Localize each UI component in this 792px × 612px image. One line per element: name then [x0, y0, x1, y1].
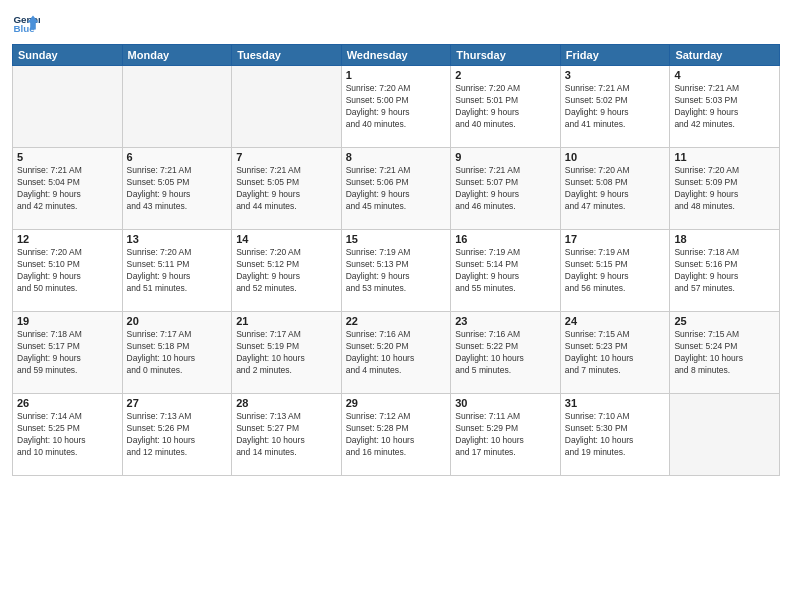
- day-number: 7: [236, 151, 337, 163]
- calendar-cell: 31Sunrise: 7:10 AM Sunset: 5:30 PM Dayli…: [560, 394, 670, 476]
- calendar-cell: 9Sunrise: 7:21 AM Sunset: 5:07 PM Daylig…: [451, 148, 561, 230]
- day-number: 23: [455, 315, 556, 327]
- day-info: Sunrise: 7:13 AM Sunset: 5:27 PM Dayligh…: [236, 411, 337, 459]
- day-number: 9: [455, 151, 556, 163]
- day-number: 27: [127, 397, 228, 409]
- day-info: Sunrise: 7:15 AM Sunset: 5:24 PM Dayligh…: [674, 329, 775, 377]
- day-number: 18: [674, 233, 775, 245]
- calendar-cell: 4Sunrise: 7:21 AM Sunset: 5:03 PM Daylig…: [670, 66, 780, 148]
- calendar-cell: 14Sunrise: 7:20 AM Sunset: 5:12 PM Dayli…: [232, 230, 342, 312]
- day-number: 11: [674, 151, 775, 163]
- day-info: Sunrise: 7:20 AM Sunset: 5:12 PM Dayligh…: [236, 247, 337, 295]
- day-info: Sunrise: 7:21 AM Sunset: 5:07 PM Dayligh…: [455, 165, 556, 213]
- day-number: 14: [236, 233, 337, 245]
- calendar-cell: 15Sunrise: 7:19 AM Sunset: 5:13 PM Dayli…: [341, 230, 451, 312]
- day-number: 16: [455, 233, 556, 245]
- calendar-cell: [232, 66, 342, 148]
- day-number: 24: [565, 315, 666, 327]
- day-number: 2: [455, 69, 556, 81]
- day-info: Sunrise: 7:19 AM Sunset: 5:13 PM Dayligh…: [346, 247, 447, 295]
- calendar-cell: 11Sunrise: 7:20 AM Sunset: 5:09 PM Dayli…: [670, 148, 780, 230]
- page-header: General Blue: [12, 10, 780, 38]
- day-number: 21: [236, 315, 337, 327]
- day-number: 29: [346, 397, 447, 409]
- calendar-cell: 13Sunrise: 7:20 AM Sunset: 5:11 PM Dayli…: [122, 230, 232, 312]
- weekday-header-row: SundayMondayTuesdayWednesdayThursdayFrid…: [13, 45, 780, 66]
- day-info: Sunrise: 7:17 AM Sunset: 5:19 PM Dayligh…: [236, 329, 337, 377]
- calendar-cell: 24Sunrise: 7:15 AM Sunset: 5:23 PM Dayli…: [560, 312, 670, 394]
- day-info: Sunrise: 7:20 AM Sunset: 5:11 PM Dayligh…: [127, 247, 228, 295]
- calendar-cell: 6Sunrise: 7:21 AM Sunset: 5:05 PM Daylig…: [122, 148, 232, 230]
- calendar-cell: 29Sunrise: 7:12 AM Sunset: 5:28 PM Dayli…: [341, 394, 451, 476]
- day-number: 13: [127, 233, 228, 245]
- day-info: Sunrise: 7:14 AM Sunset: 5:25 PM Dayligh…: [17, 411, 118, 459]
- calendar-cell: 28Sunrise: 7:13 AM Sunset: 5:27 PM Dayli…: [232, 394, 342, 476]
- day-info: Sunrise: 7:21 AM Sunset: 5:05 PM Dayligh…: [236, 165, 337, 213]
- day-number: 1: [346, 69, 447, 81]
- calendar-cell: 5Sunrise: 7:21 AM Sunset: 5:04 PM Daylig…: [13, 148, 123, 230]
- calendar-cell: 22Sunrise: 7:16 AM Sunset: 5:20 PM Dayli…: [341, 312, 451, 394]
- day-info: Sunrise: 7:12 AM Sunset: 5:28 PM Dayligh…: [346, 411, 447, 459]
- day-info: Sunrise: 7:18 AM Sunset: 5:17 PM Dayligh…: [17, 329, 118, 377]
- calendar-cell: [122, 66, 232, 148]
- day-info: Sunrise: 7:17 AM Sunset: 5:18 PM Dayligh…: [127, 329, 228, 377]
- calendar-cell: 7Sunrise: 7:21 AM Sunset: 5:05 PM Daylig…: [232, 148, 342, 230]
- day-number: 26: [17, 397, 118, 409]
- calendar-cell: 2Sunrise: 7:20 AM Sunset: 5:01 PM Daylig…: [451, 66, 561, 148]
- calendar-cell: [670, 394, 780, 476]
- calendar-cell: 8Sunrise: 7:21 AM Sunset: 5:06 PM Daylig…: [341, 148, 451, 230]
- calendar-cell: 19Sunrise: 7:18 AM Sunset: 5:17 PM Dayli…: [13, 312, 123, 394]
- calendar-cell: 17Sunrise: 7:19 AM Sunset: 5:15 PM Dayli…: [560, 230, 670, 312]
- calendar-cell: 18Sunrise: 7:18 AM Sunset: 5:16 PM Dayli…: [670, 230, 780, 312]
- weekday-saturday: Saturday: [670, 45, 780, 66]
- day-number: 3: [565, 69, 666, 81]
- calendar-week-5: 26Sunrise: 7:14 AM Sunset: 5:25 PM Dayli…: [13, 394, 780, 476]
- day-info: Sunrise: 7:15 AM Sunset: 5:23 PM Dayligh…: [565, 329, 666, 377]
- day-info: Sunrise: 7:21 AM Sunset: 5:03 PM Dayligh…: [674, 83, 775, 131]
- day-info: Sunrise: 7:21 AM Sunset: 5:05 PM Dayligh…: [127, 165, 228, 213]
- weekday-monday: Monday: [122, 45, 232, 66]
- calendar-cell: 1Sunrise: 7:20 AM Sunset: 5:00 PM Daylig…: [341, 66, 451, 148]
- calendar-cell: 3Sunrise: 7:21 AM Sunset: 5:02 PM Daylig…: [560, 66, 670, 148]
- weekday-thursday: Thursday: [451, 45, 561, 66]
- day-number: 12: [17, 233, 118, 245]
- day-number: 19: [17, 315, 118, 327]
- calendar-week-1: 1Sunrise: 7:20 AM Sunset: 5:00 PM Daylig…: [13, 66, 780, 148]
- day-number: 25: [674, 315, 775, 327]
- day-number: 10: [565, 151, 666, 163]
- calendar-table: SundayMondayTuesdayWednesdayThursdayFrid…: [12, 44, 780, 476]
- day-info: Sunrise: 7:13 AM Sunset: 5:26 PM Dayligh…: [127, 411, 228, 459]
- calendar-cell: 27Sunrise: 7:13 AM Sunset: 5:26 PM Dayli…: [122, 394, 232, 476]
- day-number: 5: [17, 151, 118, 163]
- calendar-cell: 25Sunrise: 7:15 AM Sunset: 5:24 PM Dayli…: [670, 312, 780, 394]
- day-number: 28: [236, 397, 337, 409]
- weekday-friday: Friday: [560, 45, 670, 66]
- day-number: 22: [346, 315, 447, 327]
- day-info: Sunrise: 7:20 AM Sunset: 5:01 PM Dayligh…: [455, 83, 556, 131]
- calendar-week-3: 12Sunrise: 7:20 AM Sunset: 5:10 PM Dayli…: [13, 230, 780, 312]
- day-info: Sunrise: 7:20 AM Sunset: 5:10 PM Dayligh…: [17, 247, 118, 295]
- weekday-tuesday: Tuesday: [232, 45, 342, 66]
- day-info: Sunrise: 7:20 AM Sunset: 5:00 PM Dayligh…: [346, 83, 447, 131]
- weekday-wednesday: Wednesday: [341, 45, 451, 66]
- day-info: Sunrise: 7:21 AM Sunset: 5:04 PM Dayligh…: [17, 165, 118, 213]
- day-info: Sunrise: 7:19 AM Sunset: 5:14 PM Dayligh…: [455, 247, 556, 295]
- day-info: Sunrise: 7:20 AM Sunset: 5:08 PM Dayligh…: [565, 165, 666, 213]
- calendar-cell: 21Sunrise: 7:17 AM Sunset: 5:19 PM Dayli…: [232, 312, 342, 394]
- day-info: Sunrise: 7:21 AM Sunset: 5:06 PM Dayligh…: [346, 165, 447, 213]
- day-number: 30: [455, 397, 556, 409]
- calendar-cell: 10Sunrise: 7:20 AM Sunset: 5:08 PM Dayli…: [560, 148, 670, 230]
- day-number: 20: [127, 315, 228, 327]
- weekday-sunday: Sunday: [13, 45, 123, 66]
- day-number: 31: [565, 397, 666, 409]
- calendar-cell: 16Sunrise: 7:19 AM Sunset: 5:14 PM Dayli…: [451, 230, 561, 312]
- day-number: 6: [127, 151, 228, 163]
- day-number: 8: [346, 151, 447, 163]
- day-number: 17: [565, 233, 666, 245]
- day-number: 15: [346, 233, 447, 245]
- day-info: Sunrise: 7:11 AM Sunset: 5:29 PM Dayligh…: [455, 411, 556, 459]
- day-info: Sunrise: 7:16 AM Sunset: 5:22 PM Dayligh…: [455, 329, 556, 377]
- page-container: General Blue SundayMondayTuesdayWednesda…: [0, 0, 792, 612]
- day-info: Sunrise: 7:10 AM Sunset: 5:30 PM Dayligh…: [565, 411, 666, 459]
- calendar-week-2: 5Sunrise: 7:21 AM Sunset: 5:04 PM Daylig…: [13, 148, 780, 230]
